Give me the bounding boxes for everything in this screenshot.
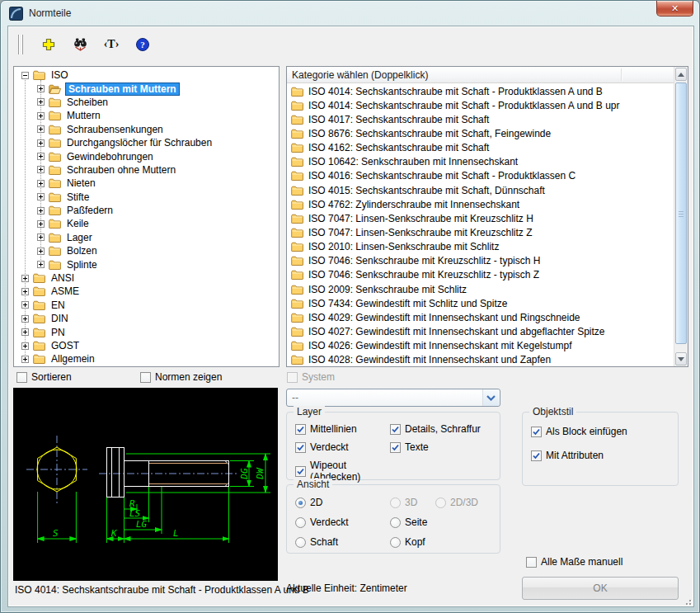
expand-icon[interactable] [21, 315, 29, 323]
scroll-thumb[interactable] [675, 83, 687, 344]
list-header[interactable]: Kategorie wählen (Doppelklick) [287, 67, 674, 83]
list-item-label: ISO 4015: Sechskantschraube mit Schaft, … [308, 185, 545, 196]
radio-seite[interactable]: Seite [390, 516, 435, 528]
list-item[interactable]: ISO 8676: Sechskantschraube mit Schaft, … [287, 126, 674, 140]
chevron-down-icon[interactable] [482, 389, 499, 406]
checkbox-label: System [302, 371, 335, 383]
list-item-label: ISO 4027: Gewindestift mit Innensechskan… [308, 326, 605, 337]
radio-circle-icon [390, 517, 401, 528]
list-item[interactable]: ISO 4015: Sechskantschraube mit Schaft, … [287, 183, 674, 197]
radio-schaft[interactable]: Schaft [295, 536, 390, 548]
list-item[interactable]: ISO 7047: Linsen-Senkschraube mit Kreuzs… [287, 211, 674, 225]
size-combo[interactable]: -- [286, 389, 500, 407]
expand-icon[interactable] [37, 233, 45, 241]
list-item[interactable]: ISO 4027: Gewindestift mit Innensechskan… [287, 324, 674, 338]
tree-item-asme[interactable]: ASME [14, 285, 279, 298]
tree-item-gewindebohrungen[interactable]: Gewindebohrungen [14, 149, 279, 163]
tree-item-pn[interactable]: PN [14, 325, 279, 338]
list-item[interactable]: ISO 2010: Linsen-Senkschraube mit Schlit… [287, 240, 674, 254]
close-button[interactable]: ✕ [656, 1, 693, 17]
expand-icon[interactable] [21, 328, 29, 336]
tree-item-lager[interactable]: Lager [14, 231, 279, 244]
tree-item-pa-federn[interactable]: Paßfedern [14, 204, 279, 217]
help-button[interactable]: ? [132, 34, 153, 55]
scroll-down-button[interactable] [675, 352, 687, 365]
expand-icon[interactable] [37, 85, 45, 92]
tree-item-schrauben-mit-muttern[interactable]: Schrauben mit Muttern [14, 82, 279, 95]
checkbox-verdeckt[interactable]: Verdeckt [295, 441, 390, 453]
tree-item-ansi[interactable]: ANSI [14, 271, 279, 285]
normen-zeigen-checkbox[interactable]: Normen zeigen [140, 371, 222, 383]
checkbox-als-block-einf-gen[interactable]: Als Block einfügen [531, 426, 627, 437]
list-item[interactable]: ISO 4028: Gewindestift mit Innensechskan… [287, 353, 674, 366]
list-item[interactable]: ISO 4017: Sechskantschraube mit Schaft [287, 112, 674, 126]
tree-item-nieten[interactable]: Nieten [14, 177, 279, 190]
vertical-scrollbar[interactable] [674, 67, 688, 366]
tree-item-gost[interactable]: GOST [14, 339, 279, 352]
title-bar[interactable]: Normteile ✕ [1, 1, 699, 26]
expand-icon[interactable] [37, 180, 45, 187]
expand-icon[interactable] [37, 166, 45, 173]
checkbox-mittellinien[interactable]: Mittellinien [295, 423, 390, 435]
tree-item-muttern[interactable]: Muttern [14, 109, 279, 122]
collapse-icon[interactable] [21, 72, 29, 79]
scroll-up-button[interactable] [675, 68, 687, 81]
expand-icon[interactable] [37, 112, 45, 120]
expand-icon[interactable] [37, 207, 45, 215]
tree-item-stifte[interactable]: Stifte [14, 191, 279, 204]
tree-item-bolzen[interactable]: Bolzen [14, 244, 279, 257]
tree-item-schrauben-ohne-muttern[interactable]: Schrauben ohne Muttern [14, 163, 279, 177]
expand-icon[interactable] [21, 275, 29, 282]
list-item[interactable]: ISO 7046: Senkschraube mit Kreuzschlitz … [287, 254, 674, 268]
add-part-button[interactable] [38, 34, 59, 55]
tree-item-iso[interactable]: ISO [14, 68, 279, 82]
expand-icon[interactable] [37, 98, 45, 106]
list-item[interactable]: ISO 4016: Sechskantschraube mit Schaft -… [287, 169, 674, 183]
list-item[interactable]: ISO 4026: Gewindestift mit Innensechskan… [287, 339, 674, 353]
list-item[interactable]: ISO 4162: Sechskantschraube mit Schaft [287, 141, 674, 155]
expand-icon[interactable] [21, 342, 29, 350]
checkbox-mit-attributen[interactable]: Mit Attributen [531, 450, 627, 461]
radio-kopf[interactable]: Kopf [390, 536, 435, 548]
list-item[interactable]: ISO 7047: Linsen-Senkschraube mit Kreuzs… [287, 225, 674, 239]
list-item[interactable]: ISO 7434: Gewindestift mit Schlitz und S… [287, 296, 674, 310]
tree-item-splinte[interactable]: Splinte [14, 257, 279, 271]
list-item[interactable]: ISO 4014: Sechskantschraube mit Schaft -… [287, 84, 674, 98]
expand-icon[interactable] [21, 288, 29, 295]
list-item[interactable]: ISO 7046: Senkschraube mit Kreuzschlitz … [287, 268, 674, 282]
tree-item-scheiben[interactable]: Scheiben [14, 96, 279, 109]
text-size-button[interactable]: ‹T› [101, 34, 122, 55]
tree-item-schraubensenkungen[interactable]: Schraubensenkungen [14, 123, 279, 136]
column-separator[interactable] [621, 68, 622, 81]
tree-item-durchgangsl-cher-f-r-schrauben[interactable]: Durchgangslöcher für Schrauben [14, 136, 279, 149]
checkbox-texte[interactable]: Texte [390, 441, 481, 453]
tree-item-keile[interactable]: Keile [14, 217, 279, 230]
expand-icon[interactable] [37, 139, 45, 147]
radio-verdeckt[interactable]: Verdeckt [295, 516, 390, 528]
search-button[interactable] [69, 34, 91, 55]
expand-icon[interactable] [37, 125, 45, 133]
expand-icon[interactable] [37, 220, 45, 228]
list-item[interactable]: ISO 4029: Gewindestift mit Innensechskan… [287, 310, 674, 324]
dim-label-r: R [129, 498, 135, 509]
sortieren-checkbox[interactable]: Sortieren [16, 371, 72, 383]
expand-icon[interactable] [21, 301, 29, 309]
list-item[interactable]: ISO 10642: Senkschrauben mit Innensechsk… [287, 155, 674, 169]
alle-masse-manuell-checkbox[interactable]: Alle Maße manuell [526, 556, 622, 568]
list-item[interactable]: ISO 4762: Zylinderschraube mit Innensech… [287, 197, 674, 211]
tree-item-en[interactable]: EN [14, 299, 279, 312]
expand-icon[interactable] [21, 356, 29, 363]
ok-button[interactable]: OK [522, 577, 679, 600]
checkbox-details-schraffur[interactable]: Details, Schraffur [390, 423, 481, 435]
resize-grip[interactable] [682, 596, 692, 606]
expand-icon[interactable] [37, 153, 45, 160]
toolbar-grip[interactable] [18, 35, 23, 54]
expand-icon[interactable] [37, 193, 45, 200]
list-item[interactable]: ISO 2009: Senkschraube mit Schlitz [287, 282, 674, 296]
list-item[interactable]: ISO 4014: Sechskantschraube mit Schaft -… [287, 98, 674, 112]
expand-icon[interactable] [37, 261, 45, 268]
expand-icon[interactable] [37, 248, 45, 255]
tree-item-din[interactable]: DIN [14, 312, 279, 325]
radio-2d[interactable]: 2D [295, 497, 390, 508]
tree-item-allgemein[interactable]: Allgemein [14, 352, 279, 365]
